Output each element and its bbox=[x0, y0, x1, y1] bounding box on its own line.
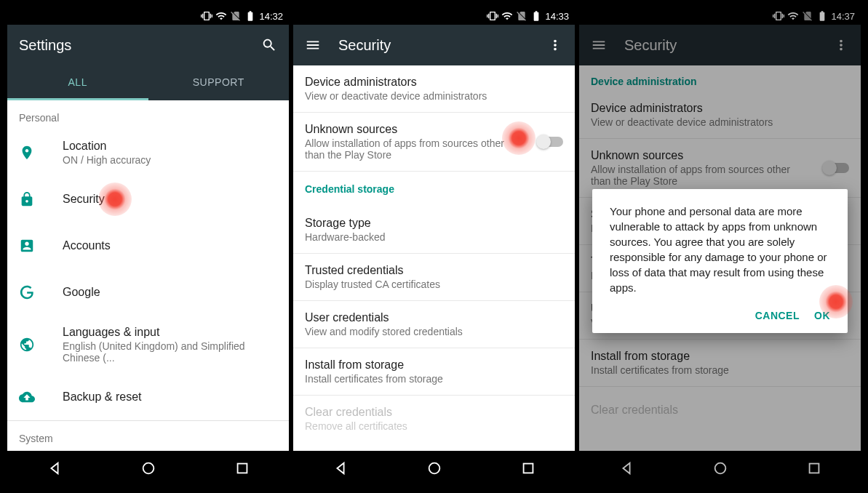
app-bar: Settings bbox=[7, 25, 289, 65]
item-backup[interactable]: Backup & reset bbox=[7, 374, 289, 420]
unknown-sources-dialog: Your phone and personal data are more vu… bbox=[592, 189, 848, 333]
cancel-button[interactable]: CANCEL bbox=[755, 310, 800, 321]
item-sub: Allow installation of apps from sources … bbox=[305, 137, 521, 161]
item-sub: View and modify stored credentials bbox=[305, 326, 563, 337]
appbar-title: Settings bbox=[19, 37, 71, 54]
vibrate-icon bbox=[201, 10, 212, 22]
item-sub: English (United Kingdom) and Simplified … bbox=[63, 340, 277, 364]
item-security[interactable]: Security bbox=[7, 176, 289, 223]
item-sub: Display trusted CA certificates bbox=[305, 278, 563, 290]
item-languages[interactable]: Languages & input English (United Kingdo… bbox=[7, 316, 289, 374]
wifi-icon bbox=[215, 10, 227, 22]
item-title: User credentials bbox=[305, 311, 563, 324]
account-icon bbox=[19, 238, 45, 254]
tab-all[interactable]: ALL bbox=[7, 65, 148, 100]
item-title: Languages & input bbox=[63, 326, 277, 339]
app-bar: Security bbox=[293, 25, 575, 65]
appbar-title: Security bbox=[338, 37, 391, 54]
item-sub: Hardware-backed bbox=[305, 231, 563, 243]
settings-list[interactable]: Personal Location ON / High accuracy Sec… bbox=[7, 100, 289, 451]
security-list[interactable]: Device administrators View or deactivate… bbox=[293, 65, 575, 451]
item-title: Backup & reset bbox=[63, 390, 277, 404]
item-device-admin[interactable]: Device administrators View or deactivate… bbox=[293, 65, 575, 113]
home-icon[interactable] bbox=[140, 460, 156, 476]
no-sim-icon bbox=[230, 10, 242, 22]
more-icon[interactable] bbox=[547, 37, 563, 53]
home-icon[interactable] bbox=[426, 460, 442, 476]
item-title: Clear credentials bbox=[305, 406, 563, 419]
backup-icon bbox=[19, 389, 45, 405]
tab-support[interactable]: SUPPORT bbox=[148, 65, 290, 100]
item-title: Install from storage bbox=[305, 358, 563, 372]
tab-bar: ALL SUPPORT bbox=[7, 65, 289, 100]
item-title: Unknown sources bbox=[305, 123, 521, 136]
item-sub: Remove all certificates bbox=[305, 420, 563, 432]
item-sub: ON / High accuracy bbox=[63, 154, 277, 166]
phone-screen-3: 14:37 Security Device administration Dev… bbox=[579, 7, 861, 486]
search-icon[interactable] bbox=[261, 37, 277, 53]
lock-icon bbox=[19, 191, 45, 207]
item-storage-type[interactable]: Storage type Hardware-backed bbox=[293, 207, 575, 254]
svg-rect-3 bbox=[523, 464, 533, 473]
item-title: Google bbox=[63, 286, 277, 299]
status-time: 14:32 bbox=[259, 11, 283, 22]
item-unknown-sources[interactable]: Unknown sources Allow installation of ap… bbox=[293, 113, 575, 172]
item-title: Security bbox=[63, 193, 277, 206]
recent-icon[interactable] bbox=[234, 460, 250, 476]
item-title: Device administrators bbox=[305, 76, 563, 89]
vibrate-icon bbox=[487, 10, 498, 22]
back-icon[interactable] bbox=[47, 460, 63, 476]
svg-rect-1 bbox=[237, 464, 247, 473]
google-icon bbox=[19, 284, 45, 300]
item-accounts[interactable]: Accounts bbox=[7, 223, 289, 269]
item-location[interactable]: Location ON / High accuracy bbox=[7, 129, 289, 176]
item-user-cred[interactable]: User credentials View and modify stored … bbox=[293, 301, 575, 348]
section-credential: Credential storage bbox=[293, 172, 575, 207]
status-bar: 14:32 bbox=[7, 7, 289, 25]
navigation-bar bbox=[293, 451, 575, 486]
ok-button[interactable]: OK bbox=[814, 310, 830, 321]
navigation-bar bbox=[7, 451, 289, 486]
item-trusted[interactable]: Trusted credentials Display trusted CA c… bbox=[293, 254, 575, 301]
section-personal: Personal bbox=[7, 100, 289, 129]
phone-screen-1: 14:32 Settings ALL SUPPORT Personal Loca… bbox=[7, 7, 289, 486]
item-install[interactable]: Install from storage Install certificate… bbox=[293, 348, 575, 396]
item-title: Storage type bbox=[305, 217, 563, 230]
item-clear: Clear credentials Remove all certificate… bbox=[293, 396, 575, 442]
dialog-message: Your phone and personal data are more vu… bbox=[610, 204, 830, 295]
status-time: 14:33 bbox=[545, 11, 569, 22]
item-sub: View or deactivate device administrators bbox=[305, 90, 563, 102]
recent-icon[interactable] bbox=[520, 460, 536, 476]
item-title: Trusted credentials bbox=[305, 264, 563, 277]
battery-icon bbox=[244, 10, 256, 22]
battery-icon bbox=[530, 10, 542, 22]
unknown-sources-toggle[interactable] bbox=[538, 137, 563, 147]
location-icon bbox=[19, 145, 45, 161]
hamburger-icon[interactable] bbox=[305, 37, 321, 53]
phone-screen-2: 14:33 Security Device administrators Vie… bbox=[293, 7, 575, 486]
item-google[interactable]: Google bbox=[7, 269, 289, 316]
item-title: Location bbox=[63, 140, 277, 153]
svg-point-2 bbox=[429, 463, 439, 474]
status-bar: 14:33 bbox=[293, 7, 575, 25]
globe-icon bbox=[19, 337, 45, 353]
item-title: Accounts bbox=[63, 239, 277, 252]
section-system: System bbox=[7, 421, 289, 450]
back-icon[interactable] bbox=[333, 460, 349, 476]
svg-point-0 bbox=[143, 463, 154, 474]
item-sub: Install certificates from storage bbox=[305, 373, 563, 385]
no-sim-icon bbox=[516, 10, 527, 22]
wifi-icon bbox=[501, 10, 513, 22]
